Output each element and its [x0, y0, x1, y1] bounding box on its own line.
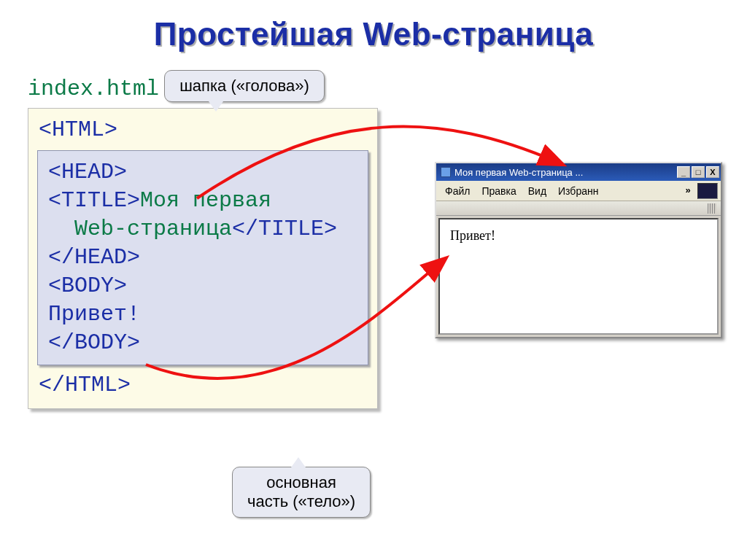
code-head-open: <HEAD>	[48, 158, 357, 187]
code-html-close: </HTML>	[39, 371, 367, 400]
menu-file[interactable]: Файл	[439, 184, 476, 198]
code-greeting: Привет!	[48, 300, 357, 329]
browser-window: Моя первая Web-страница ... _ □ X Файл П…	[435, 162, 722, 338]
menu-more-chevron-icon[interactable]: »	[681, 184, 694, 198]
browser-content: Привет!	[438, 218, 719, 335]
callout-head: шапка («голова»)	[164, 70, 325, 102]
browser-titlebar: Моя первая Web-страница ... _ □ X	[436, 163, 721, 181]
code-head-close: </HEAD>	[48, 244, 357, 272]
close-button[interactable]: X	[706, 166, 719, 178]
code-title-text1: Моя первая	[140, 188, 271, 213]
code-block-inner: <HEAD> <TITLE>Моя первая Web-страница</T…	[37, 150, 368, 365]
callout-body-text1: основная	[266, 473, 336, 491]
code-body-open: <BODY>	[48, 272, 357, 300]
code-title-close-tag: </TITLE>	[232, 217, 337, 241]
browser-title-text: Моя первая Web-страница ...	[454, 167, 676, 178]
menu-view[interactable]: Вид	[522, 184, 552, 198]
filename-label: index.html	[28, 77, 159, 101]
slide-title: Простейшая Web-страница	[0, 0, 747, 52]
menu-favorites[interactable]: Избранн	[552, 184, 604, 198]
code-title-line1: <TITLE>Моя первая	[48, 187, 357, 215]
code-title-line2: Web-страница</TITLE>	[48, 215, 357, 244]
page-text: Привет!	[450, 228, 495, 243]
menu-edit[interactable]: Правка	[476, 184, 522, 198]
callout-tail	[291, 457, 306, 467]
browser-menubar: Файл Правка Вид Избранн »	[436, 181, 721, 201]
callout-body: основная часть («тело»)	[232, 467, 371, 518]
maximize-button[interactable]: □	[692, 166, 705, 178]
minimize-button[interactable]: _	[677, 166, 690, 178]
callout-body-text2: часть («тело»)	[247, 492, 355, 510]
code-html-open: <HTML>	[39, 116, 367, 144]
resize-grip-icon	[708, 203, 716, 214]
code-body-close: </BODY>	[48, 329, 357, 357]
code-title-text2: Web-страница	[74, 217, 232, 241]
code-title-open-tag: <TITLE>	[48, 188, 140, 213]
callout-head-text: шапка («голова»)	[179, 77, 309, 95]
browser-toolstrip	[436, 201, 721, 216]
throbber-icon	[697, 183, 718, 199]
page-icon	[441, 167, 451, 177]
code-block-outer: <HTML> <HEAD> <TITLE>Моя первая Web-стра…	[28, 108, 378, 409]
callout-tail	[209, 101, 223, 112]
